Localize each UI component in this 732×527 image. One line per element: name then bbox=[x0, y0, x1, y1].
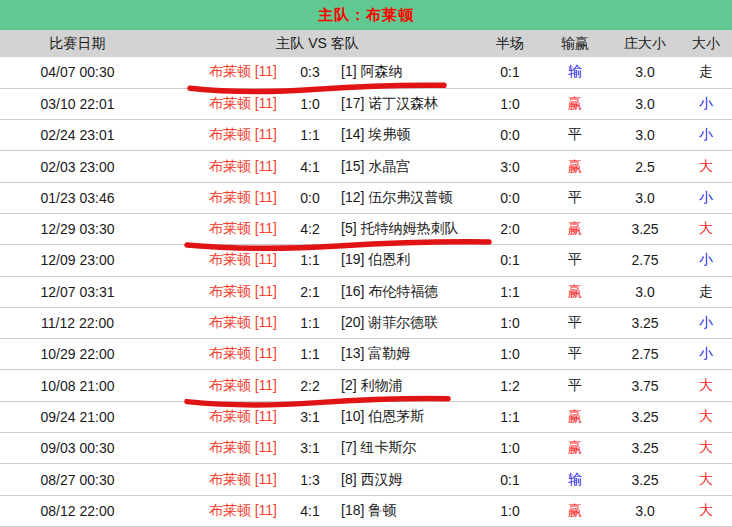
over-under-odds: 3.75 bbox=[610, 370, 680, 401]
table-row[interactable]: 12/29 03:30 布莱顿 [11] 4:2 [5] 托特纳姆热刺队 2:0… bbox=[0, 213, 732, 244]
away-team-label[interactable]: [12] 伍尔弗汉普顿 bbox=[335, 182, 480, 213]
half-time-score: 1:1 bbox=[480, 401, 540, 432]
big-small-label: 大 bbox=[680, 433, 732, 464]
over-under-odds: 3.25 bbox=[610, 433, 680, 464]
page-title: 主队：布莱顿 bbox=[318, 6, 414, 25]
home-team-label[interactable]: 布莱顿 [11] bbox=[155, 495, 285, 526]
full-time-score: 0:3 bbox=[285, 57, 335, 88]
over-under-odds: 3.25 bbox=[610, 401, 680, 432]
home-team-label[interactable]: 布莱顿 [11] bbox=[155, 433, 285, 464]
home-team-label[interactable]: 布莱顿 [11] bbox=[155, 307, 285, 338]
big-small-label: 大 bbox=[680, 464, 732, 495]
home-team-label[interactable]: 布莱顿 [11] bbox=[155, 370, 285, 401]
match-date: 04/07 00:30 bbox=[0, 57, 155, 88]
table-row[interactable]: 04/07 00:30 布莱顿 [11] 0:3 [1] 阿森纳 0:1 输 3… bbox=[0, 57, 732, 88]
table-row[interactable]: 12/07 03:31 布莱顿 [11] 2:1 [16] 布伦特福德 1:1 … bbox=[0, 276, 732, 307]
match-results-table: 比赛日期 主队 VS 客队 半场 输赢 庄大小 大小 04/07 00:30 布… bbox=[0, 30, 732, 527]
away-team-label[interactable]: [18] 鲁顿 bbox=[335, 495, 480, 526]
away-team-label[interactable]: [15] 水晶宫 bbox=[335, 151, 480, 182]
big-small-label: 小 bbox=[680, 120, 732, 151]
full-time-score: 3:1 bbox=[285, 401, 335, 432]
away-team-label[interactable]: [2] 利物浦 bbox=[335, 370, 480, 401]
win-loss-label: 输 bbox=[540, 57, 610, 88]
win-loss-label: 输 bbox=[540, 464, 610, 495]
over-under-odds: 3.0 bbox=[610, 57, 680, 88]
table-row[interactable]: 10/29 22:00 布莱顿 [11] 1:1 [13] 富勒姆 1:0 平 … bbox=[0, 339, 732, 370]
match-date: 12/29 03:30 bbox=[0, 213, 155, 244]
table-row[interactable]: 10/08 21:00 布莱顿 [11] 2:2 [2] 利物浦 1:2 平 3… bbox=[0, 370, 732, 401]
match-date: 10/08 21:00 bbox=[0, 370, 155, 401]
over-under-odds: 2.75 bbox=[610, 245, 680, 276]
full-time-score: 4:1 bbox=[285, 495, 335, 526]
match-date: 02/03 23:00 bbox=[0, 151, 155, 182]
table-row[interactable]: 02/24 23:01 布莱顿 [11] 1:1 [14] 埃弗顿 0:0 平 … bbox=[0, 120, 732, 151]
home-team-label[interactable]: 布莱顿 [11] bbox=[155, 276, 285, 307]
half-time-score: 0:1 bbox=[480, 464, 540, 495]
table-row[interactable]: 01/23 03:46 布莱顿 [11] 0:0 [12] 伍尔弗汉普顿 0:0… bbox=[0, 182, 732, 213]
table-row[interactable]: 03/10 22:01 布莱顿 [11] 1:0 [17] 诺丁汉森林 1:0 … bbox=[0, 88, 732, 119]
table-row[interactable]: 08/12 22:00 布莱顿 [11] 4:1 [18] 鲁顿 1:0 赢 3… bbox=[0, 495, 732, 526]
full-time-score: 1:0 bbox=[285, 88, 335, 119]
column-header-odds: 庄大小 bbox=[610, 30, 680, 57]
full-time-score: 1:1 bbox=[285, 307, 335, 338]
match-date: 03/10 22:01 bbox=[0, 88, 155, 119]
match-date: 08/12 22:00 bbox=[0, 495, 155, 526]
home-team-label[interactable]: 布莱顿 [11] bbox=[155, 182, 285, 213]
away-team-label[interactable]: [1] 阿森纳 bbox=[335, 57, 480, 88]
away-team-label[interactable]: [5] 托特纳姆热刺队 bbox=[335, 213, 480, 244]
title-bar: 主队：布莱顿 bbox=[0, 0, 732, 30]
full-time-score: 4:1 bbox=[285, 151, 335, 182]
home-team-label[interactable]: 布莱顿 [11] bbox=[155, 88, 285, 119]
half-time-score: 1:0 bbox=[480, 433, 540, 464]
away-team-label[interactable]: [16] 布伦特福德 bbox=[335, 276, 480, 307]
away-team-label[interactable]: [17] 诺丁汉森林 bbox=[335, 88, 480, 119]
half-time-score: 1:0 bbox=[480, 495, 540, 526]
home-team-label[interactable]: 布莱顿 [11] bbox=[155, 339, 285, 370]
away-team-label[interactable]: [19] 伯恩利 bbox=[335, 245, 480, 276]
match-date: 11/12 22:00 bbox=[0, 307, 155, 338]
big-small-label: 大 bbox=[680, 495, 732, 526]
over-under-odds: 2.5 bbox=[610, 151, 680, 182]
home-team-label[interactable]: 布莱顿 [11] bbox=[155, 245, 285, 276]
away-team-label[interactable]: [20] 谢菲尔德联 bbox=[335, 307, 480, 338]
table-row[interactable]: 09/24 21:00 布莱顿 [11] 3:1 [10] 伯恩茅斯 1:1 赢… bbox=[0, 401, 732, 432]
over-under-odds: 3.0 bbox=[610, 182, 680, 213]
big-small-label: 小 bbox=[680, 307, 732, 338]
home-team-label[interactable]: 布莱顿 [11] bbox=[155, 464, 285, 495]
half-time-score: 0:1 bbox=[480, 245, 540, 276]
win-loss-label: 赢 bbox=[540, 433, 610, 464]
home-team-label[interactable]: 布莱顿 [11] bbox=[155, 401, 285, 432]
away-team-label[interactable]: [8] 西汉姆 bbox=[335, 464, 480, 495]
over-under-odds: 3.0 bbox=[610, 495, 680, 526]
away-team-label[interactable]: [7] 纽卡斯尔 bbox=[335, 433, 480, 464]
match-date: 09/03 00:30 bbox=[0, 433, 155, 464]
half-time-score: 1:0 bbox=[480, 88, 540, 119]
table-row[interactable]: 11/12 22:00 布莱顿 [11] 1:1 [20] 谢菲尔德联 1:0 … bbox=[0, 307, 732, 338]
home-team-label[interactable]: 布莱顿 [11] bbox=[155, 151, 285, 182]
full-time-score: 1:3 bbox=[285, 464, 335, 495]
column-header-match: 主队 VS 客队 bbox=[155, 30, 480, 57]
over-under-odds: 3.25 bbox=[610, 213, 680, 244]
half-time-score: 0:1 bbox=[480, 57, 540, 88]
big-small-label: 小 bbox=[680, 182, 732, 213]
away-team-label[interactable]: [10] 伯恩茅斯 bbox=[335, 401, 480, 432]
full-time-score: 0:0 bbox=[285, 182, 335, 213]
over-under-odds: 3.25 bbox=[610, 464, 680, 495]
home-team-label[interactable]: 布莱顿 [11] bbox=[155, 57, 285, 88]
table-row[interactable]: 02/03 23:00 布莱顿 [11] 4:1 [15] 水晶宫 3:0 赢 … bbox=[0, 151, 732, 182]
match-history-page: 主队：布莱顿 比赛日期 主队 VS 客队 半场 输赢 庄大小 大小 04/07 … bbox=[0, 0, 732, 527]
table-row[interactable]: 08/27 00:30 布莱顿 [11] 1:3 [8] 西汉姆 0:1 输 3… bbox=[0, 464, 732, 495]
win-loss-label: 赢 bbox=[540, 88, 610, 119]
big-small-label: 小 bbox=[680, 88, 732, 119]
over-under-odds: 3.25 bbox=[610, 307, 680, 338]
away-team-label[interactable]: [13] 富勒姆 bbox=[335, 339, 480, 370]
table-row[interactable]: 09/03 00:30 布莱顿 [11] 3:1 [7] 纽卡斯尔 1:0 赢 … bbox=[0, 433, 732, 464]
match-date: 10/29 22:00 bbox=[0, 339, 155, 370]
home-team-label[interactable]: 布莱顿 [11] bbox=[155, 120, 285, 151]
home-team-label[interactable]: 布莱顿 [11] bbox=[155, 213, 285, 244]
over-under-odds: 3.0 bbox=[610, 120, 680, 151]
match-date: 12/07 03:31 bbox=[0, 276, 155, 307]
big-small-label: 小 bbox=[680, 245, 732, 276]
away-team-label[interactable]: [14] 埃弗顿 bbox=[335, 120, 480, 151]
table-row[interactable]: 12/09 23:00 布莱顿 [11] 1:1 [19] 伯恩利 0:1 平 … bbox=[0, 245, 732, 276]
